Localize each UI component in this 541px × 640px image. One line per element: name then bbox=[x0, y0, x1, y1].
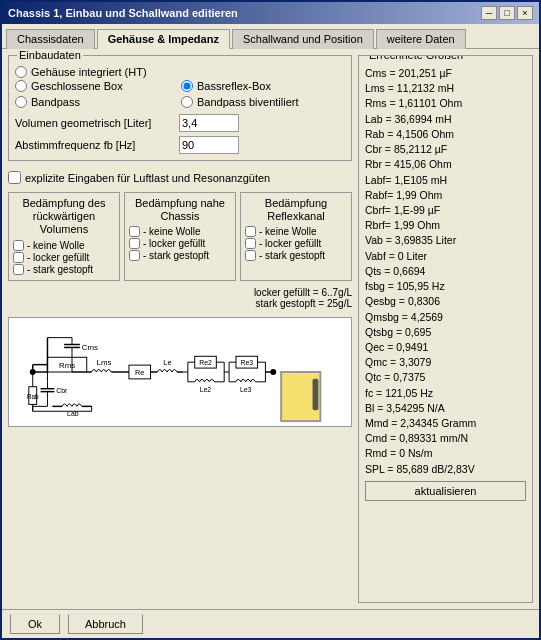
dampfung-cb-1-1[interactable] bbox=[129, 238, 140, 249]
dampfung-label-1-0: - keine Wolle bbox=[143, 226, 201, 237]
calc-row-1: Lms = 11,2132 mH bbox=[365, 81, 526, 96]
radio-bandpass-biv[interactable] bbox=[181, 96, 193, 108]
calc-row-9: Cbrf= 1,E-99 µF bbox=[365, 203, 526, 218]
tab-schallwand[interactable]: Schallwand und Position bbox=[232, 29, 374, 49]
dampfung-item-2-1: - locker gefüllt bbox=[245, 238, 347, 249]
title-bar-controls: ─ □ × bbox=[481, 6, 533, 20]
radio-bassreflex[interactable] bbox=[181, 80, 193, 92]
dampfung-label-1-2: - stark gestopft bbox=[143, 250, 209, 261]
radio-geschlossen-label: Geschlossene Box bbox=[31, 80, 123, 92]
circuit-area: Rms Cms bbox=[8, 317, 352, 427]
radio-ht[interactable] bbox=[15, 66, 27, 78]
calc-row-16: Qmsbg = 4,2569 bbox=[365, 310, 526, 325]
dampfung-cb-0-1[interactable] bbox=[13, 252, 24, 263]
abstimm-row: Abstimmfrequenz fb [Hz] bbox=[15, 136, 345, 154]
einbaudaten-group: Einbaudaten Gehäuse integriert (HT) Gesc… bbox=[8, 55, 352, 161]
calc-row-2: Rms = 1,61101 Ohm bbox=[365, 96, 526, 111]
le3-label: Le3 bbox=[240, 385, 252, 392]
calc-row-20: Qtc = 0,7375 bbox=[365, 370, 526, 385]
dampfung-label-1-1: - locker gefüllt bbox=[143, 238, 205, 249]
calc-row-19: Qmc = 3,3079 bbox=[365, 355, 526, 370]
dampfung-title-0: Bedämpfung des rückwärtigen Volumens bbox=[13, 197, 115, 237]
volumen-input[interactable] bbox=[179, 114, 239, 132]
tab-chassisdaten[interactable]: Chassisdaten bbox=[6, 29, 95, 49]
le-label: Le bbox=[163, 358, 171, 367]
rab-label: Rab bbox=[27, 393, 39, 400]
re3-label: Re3 bbox=[240, 359, 253, 366]
title-bar: Chassis 1, Einbau und Schallwand editier… bbox=[2, 2, 539, 24]
window-title: Chassis 1, Einbau und Schallwand editier… bbox=[8, 7, 238, 19]
speaker-port bbox=[313, 378, 319, 409]
dampfung-item-2-2: - stark gestopft bbox=[245, 250, 347, 261]
aktualisieren-button[interactable]: aktualisieren bbox=[365, 481, 526, 501]
dampfung-title-2: Bedämpfung Reflexkanal bbox=[245, 197, 347, 223]
dampfung-item-1-2: - stark gestopft bbox=[129, 250, 231, 261]
radio-bandpass-biv-label: Bandpass biventiliert bbox=[197, 96, 299, 108]
calc-row-13: Qts = 0,6694 bbox=[365, 264, 526, 279]
luftlast-label: explizite Eingaben für Luftlast und Reso… bbox=[25, 172, 270, 184]
dampfung-cb-1-2[interactable] bbox=[129, 250, 140, 261]
calc-row-17: Qtsbg = 0,695 bbox=[365, 325, 526, 340]
dampfung-item-0-2: - stark gestopft bbox=[13, 264, 115, 275]
radio-bandpass[interactable] bbox=[15, 96, 27, 108]
le3-symbol bbox=[236, 379, 256, 381]
calc-row-11: Vab = 3,69835 Liter bbox=[365, 233, 526, 248]
tab-weitere[interactable]: weitere Daten bbox=[376, 29, 466, 49]
maximize-button[interactable]: □ bbox=[499, 6, 515, 20]
lms-symbol bbox=[92, 369, 112, 371]
radio-bandpass-biv-row: Bandpass biventiliert bbox=[181, 96, 345, 108]
calc-row-22: Bl = 3,54295 N/A bbox=[365, 401, 526, 416]
calc-row-8: Rabf= 1,99 Ohm bbox=[365, 188, 526, 203]
radio-geschlossen[interactable] bbox=[15, 80, 27, 92]
tabs-bar: Chassisdaten Gehäuse & Impedanz Schallwa… bbox=[2, 24, 539, 49]
close-button[interactable]: × bbox=[517, 6, 533, 20]
minimize-button[interactable]: ─ bbox=[481, 6, 497, 20]
main-content: Einbaudaten Gehäuse integriert (HT) Gesc… bbox=[2, 49, 539, 609]
dampfung-cb-2-0[interactable] bbox=[245, 226, 256, 237]
dampfung-cb-0-2[interactable] bbox=[13, 264, 24, 275]
calc-row-21: fc = 121,05 Hz bbox=[365, 386, 526, 401]
calc-row-15: Qesbg = 0,8306 bbox=[365, 294, 526, 309]
le-symbol bbox=[157, 369, 177, 371]
einbaudaten-title: Einbaudaten bbox=[17, 49, 83, 61]
cbr-label: Cbr bbox=[56, 386, 68, 393]
errechnete-group: Errechnete Größen Cms = 201,251 µFLms = … bbox=[358, 55, 533, 603]
radio-ht-row: Gehäuse integriert (HT) bbox=[15, 66, 345, 78]
calc-row-10: Rbrf= 1,99 Ohm bbox=[365, 218, 526, 233]
abstimm-input[interactable] bbox=[179, 136, 239, 154]
dampfung-box-1: Bedämpfung nahe Chassis - keine Wolle - … bbox=[124, 192, 236, 281]
cms-label: Cms bbox=[82, 343, 98, 352]
dampfung-item-1-1: - locker gefüllt bbox=[129, 238, 231, 249]
luftlast-checkbox[interactable] bbox=[8, 171, 21, 184]
abbruch-button[interactable]: Abbruch bbox=[68, 614, 143, 634]
calc-row-25: Rmd = 0 Ns/m bbox=[365, 446, 526, 461]
dampfung-label-2-0: - keine Wolle bbox=[259, 226, 317, 237]
ok-button[interactable]: Ok bbox=[10, 614, 60, 634]
lms-label: Lms bbox=[97, 358, 112, 367]
calc-row-14: fsbg = 105,95 Hz bbox=[365, 279, 526, 294]
calc-row-12: Vabf = 0 Liter bbox=[365, 249, 526, 264]
le2-symbol bbox=[195, 379, 215, 381]
dampfung-item-1-0: - keine Wolle bbox=[129, 226, 231, 237]
main-window: Chassis 1, Einbau und Schallwand editier… bbox=[0, 0, 541, 640]
dampfung-box-2: Bedämpfung Reflexkanal - keine Wolle - l… bbox=[240, 192, 352, 281]
dampfung-container: Bedämpfung des rückwärtigen Volumens - k… bbox=[8, 192, 352, 281]
volumen-row: Volumen geometrisch [Liter] bbox=[15, 114, 345, 132]
dampfung-cb-0-0[interactable] bbox=[13, 240, 24, 251]
volumen-label: Volumen geometrisch [Liter] bbox=[15, 117, 175, 129]
dampfung-title-1: Bedämpfung nahe Chassis bbox=[129, 197, 231, 223]
calc-row-23: Mmd = 2,34345 Gramm bbox=[365, 416, 526, 431]
calc-row-0: Cms = 201,251 µF bbox=[365, 66, 526, 81]
dampfung-cb-2-1[interactable] bbox=[245, 238, 256, 249]
fill-note-1: stark gestopft = 25g/L bbox=[8, 298, 352, 309]
dampfung-label-2-1: - locker gefüllt bbox=[259, 238, 321, 249]
dampfung-cb-2-2[interactable] bbox=[245, 250, 256, 261]
radio-bassreflex-row: Bassreflex-Box bbox=[181, 80, 345, 92]
tab-gehause[interactable]: Gehäuse & Impedanz bbox=[97, 29, 230, 49]
radio-bandpass-label: Bandpass bbox=[31, 96, 80, 108]
dampfung-label-2-2: - stark gestopft bbox=[259, 250, 325, 261]
dampfung-cb-1-0[interactable] bbox=[129, 226, 140, 237]
calc-row-24: Cmd = 0,89331 mm/N bbox=[365, 431, 526, 446]
dampfung-item-0-0: - keine Wolle bbox=[13, 240, 115, 251]
radio-geschlossen-row: Geschlossene Box bbox=[15, 80, 179, 92]
